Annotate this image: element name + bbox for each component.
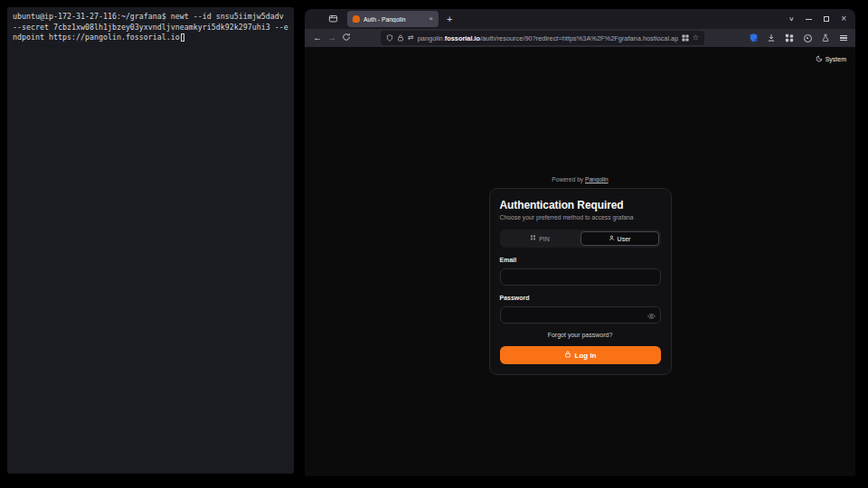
downloads-icon[interactable] bbox=[766, 32, 777, 44]
terminal-line: --secret 7cbz1xw08lh1jbzey03yxvndljvneam… bbox=[13, 23, 288, 33]
lock-icon[interactable] bbox=[397, 34, 404, 42]
menu-hamburger-icon[interactable] bbox=[838, 32, 849, 44]
extensions-icon[interactable] bbox=[784, 32, 795, 44]
password-label: Password bbox=[500, 295, 661, 301]
login-button[interactable]: Log in bbox=[500, 346, 661, 364]
desktop: ubuntu@ip-172-31-27-116:~/grafana$ newt … bbox=[0, 0, 868, 488]
browser-tab[interactable]: Auth - Pangolin × bbox=[347, 11, 439, 27]
extension-disc-icon[interactable] bbox=[802, 32, 813, 44]
email-field[interactable] bbox=[500, 268, 661, 286]
theme-toggle[interactable]: System bbox=[816, 55, 846, 63]
new-tab-button[interactable]: + bbox=[447, 14, 452, 24]
forgot-password-link[interactable]: Forgot your password? bbox=[500, 332, 661, 338]
terminal-window[interactable]: ubuntu@ip-172-31-27-116:~/grafana$ newt … bbox=[7, 7, 294, 474]
email-label: Email bbox=[500, 257, 661, 263]
pangolin-link[interactable]: Pangolin bbox=[585, 176, 609, 183]
auth-card: Authentication Required Choose your pref… bbox=[489, 188, 672, 375]
tab-bar: Auth - Pangolin × + ∨ × bbox=[305, 9, 855, 29]
auth-method-tabs: PIN User bbox=[500, 230, 661, 248]
swap-arrows-icon[interactable]: ⇄ bbox=[408, 34, 414, 42]
url-text: pangolin.fossorial.io/auth/resource/90?r… bbox=[418, 34, 678, 42]
back-button[interactable]: ← bbox=[310, 33, 325, 42]
pangolin-favicon bbox=[353, 15, 360, 23]
firefox-view-icon bbox=[328, 11, 338, 27]
page-content: System Powered by Pangolin Authenticatio… bbox=[305, 47, 855, 476]
login-lock-icon bbox=[564, 351, 571, 360]
firefox-view-button[interactable] bbox=[325, 12, 341, 26]
reload-button[interactable] bbox=[339, 33, 354, 43]
theme-toggle-label: System bbox=[826, 56, 846, 62]
eye-icon bbox=[647, 309, 656, 323]
card-subtitle: Choose your preferred method to access g… bbox=[500, 214, 661, 221]
url-bar[interactable]: ⇄ pangolin.fossorial.io/auth/resource/90… bbox=[381, 31, 704, 45]
containers-grid-icon[interactable] bbox=[682, 34, 689, 42]
minimize-button[interactable] bbox=[806, 19, 812, 20]
browser-window: Auth - Pangolin × + ∨ × ← → bbox=[305, 9, 855, 476]
show-password-button[interactable] bbox=[647, 309, 656, 323]
user-icon bbox=[609, 235, 615, 242]
keypad-icon bbox=[530, 235, 536, 242]
bookmark-star-icon[interactable]: ☆ bbox=[693, 34, 699, 42]
terminal-line: ubuntu@ip-172-31-27-116:~/grafana$ newt … bbox=[13, 12, 288, 23]
browser-toolbar: ← → ⇄ pangolin.fossorial.io/auth/resourc… bbox=[305, 29, 855, 47]
moon-icon bbox=[816, 55, 823, 63]
card-title: Authentication Required bbox=[500, 199, 661, 211]
toolbar-extensions bbox=[748, 32, 852, 44]
list-tabs-chevron-icon[interactable]: ∨ bbox=[788, 15, 795, 23]
password-field[interactable] bbox=[500, 306, 661, 324]
bitwarden-extension-icon[interactable] bbox=[748, 32, 759, 44]
shield-permissions-icon[interactable] bbox=[386, 34, 393, 42]
window-controls: ∨ × bbox=[789, 14, 851, 23]
tab-title: Auth - Pangolin bbox=[363, 16, 425, 23]
maximize-button[interactable] bbox=[824, 16, 829, 22]
powered-by: Powered by Pangolin bbox=[552, 176, 608, 183]
tab-pin[interactable]: PIN bbox=[502, 231, 579, 246]
tab-user[interactable]: User bbox=[580, 231, 659, 246]
tab-close-icon[interactable]: × bbox=[429, 15, 433, 23]
forward-button[interactable]: → bbox=[325, 33, 339, 42]
terminal-line: ndpoint https://pangolin.fossorial.io bbox=[13, 33, 288, 43]
window-close-button[interactable]: × bbox=[841, 14, 846, 23]
flask-extension-icon[interactable] bbox=[820, 32, 831, 44]
terminal-cursor bbox=[181, 33, 185, 42]
